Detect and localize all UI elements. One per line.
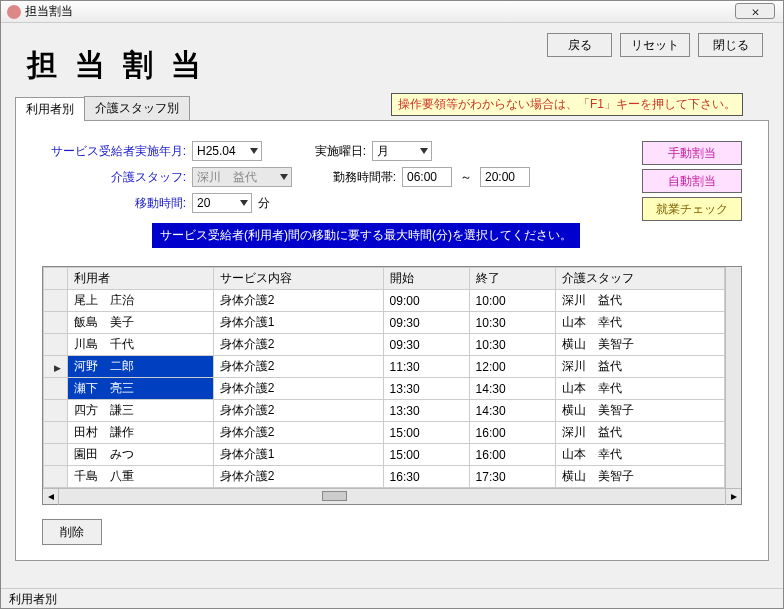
col-service[interactable]: サービス内容 [213, 268, 383, 290]
cell-end[interactable]: 10:30 [469, 312, 555, 334]
row-header[interactable] [44, 290, 68, 312]
cell-start[interactable]: 15:00 [383, 444, 469, 466]
window-title: 担当割当 [25, 3, 73, 20]
cell-user[interactable]: 尾上 庄治 [68, 290, 214, 312]
move-combo[interactable]: 20 [192, 193, 252, 213]
row-header[interactable] [44, 422, 68, 444]
cell-staff[interactable]: 山本 幸代 [555, 378, 725, 400]
status-bar: 利用者別 [1, 588, 783, 608]
cell-staff[interactable]: 横山 美智子 [555, 334, 725, 356]
cell-service[interactable]: 身体介護2 [213, 334, 383, 356]
cell-end[interactable]: 14:30 [469, 378, 555, 400]
cell-start[interactable]: 09:30 [383, 334, 469, 356]
cell-staff[interactable]: 深川 益代 [555, 290, 725, 312]
tab-container: 利用者別 介護スタッフ別 手動割当 自動割当 就業チェック サービス受給者実施年… [15, 96, 769, 561]
cell-end[interactable]: 10:30 [469, 334, 555, 356]
cell-end[interactable]: 16:00 [469, 444, 555, 466]
cell-start[interactable]: 09:30 [383, 312, 469, 334]
tab-panel: 手動割当 自動割当 就業チェック サービス受給者実施年月: H25.04 実施曜… [15, 121, 769, 561]
row-header[interactable] [44, 356, 68, 378]
day-combo[interactable]: 月 [372, 141, 432, 161]
window-close-button[interactable]: ⨉ [735, 3, 775, 19]
row-header[interactable] [44, 444, 68, 466]
cell-start[interactable]: 09:00 [383, 290, 469, 312]
table-row[interactable]: 河野 二郎身体介護211:3012:00深川 益代 [44, 356, 725, 378]
cell-end[interactable]: 12:00 [469, 356, 555, 378]
period-combo[interactable]: H25.04 [192, 141, 262, 161]
vertical-scrollbar[interactable] [725, 267, 741, 488]
col-user[interactable]: 利用者 [68, 268, 214, 290]
cell-staff[interactable]: 深川 益代 [555, 422, 725, 444]
cell-user[interactable]: 園田 みつ [68, 444, 214, 466]
hours-sep: ～ [452, 169, 480, 186]
row-header[interactable] [44, 334, 68, 356]
table-row[interactable]: 瀬下 亮三身体介護213:3014:30山本 幸代 [44, 378, 725, 400]
cell-service[interactable]: 身体介護1 [213, 444, 383, 466]
cell-end[interactable]: 17:30 [469, 466, 555, 488]
cell-user[interactable]: 飯島 美子 [68, 312, 214, 334]
cell-start[interactable]: 16:30 [383, 466, 469, 488]
chevron-down-icon [420, 148, 428, 154]
table-row[interactable]: 四方 謙三身体介護213:3014:30横山 美智子 [44, 400, 725, 422]
cell-service[interactable]: 身体介護2 [213, 466, 383, 488]
auto-assign-button[interactable]: 自動割当 [642, 169, 742, 193]
table-row[interactable]: 田村 謙作身体介護215:0016:00深川 益代 [44, 422, 725, 444]
table-row[interactable]: 千島 八重身体介護216:3017:30横山 美智子 [44, 466, 725, 488]
cell-end[interactable]: 16:00 [469, 422, 555, 444]
cell-service[interactable]: 身体介護1 [213, 312, 383, 334]
cell-start[interactable]: 13:30 [383, 378, 469, 400]
cell-service[interactable]: 身体介護2 [213, 356, 383, 378]
cell-staff[interactable]: 横山 美智子 [555, 466, 725, 488]
cell-start[interactable]: 15:00 [383, 422, 469, 444]
col-end[interactable]: 終了 [469, 268, 555, 290]
horizontal-scrollbar[interactable]: ◂ ▸ [43, 488, 741, 504]
tab-by-staff[interactable]: 介護スタッフ別 [84, 96, 190, 120]
hours-label: 勤務時間帯: [332, 169, 402, 186]
delete-button[interactable]: 削除 [42, 519, 102, 545]
assignment-grid[interactable]: 利用者 サービス内容 開始 終了 介護スタッフ 尾上 庄治身体介護209:001… [43, 267, 725, 488]
work-check-button[interactable]: 就業チェック [642, 197, 742, 221]
cell-start[interactable]: 11:30 [383, 356, 469, 378]
table-row[interactable]: 尾上 庄治身体介護209:0010:00深川 益代 [44, 290, 725, 312]
cell-staff[interactable]: 山本 幸代 [555, 312, 725, 334]
cell-end[interactable]: 14:30 [469, 400, 555, 422]
cell-user[interactable]: 千島 八重 [68, 466, 214, 488]
chevron-down-icon [280, 174, 288, 180]
cell-service[interactable]: 身体介護2 [213, 378, 383, 400]
staff-label: 介護スタッフ: [42, 169, 192, 186]
tab-by-user[interactable]: 利用者別 [15, 97, 85, 121]
scroll-thumb[interactable] [322, 491, 347, 501]
cell-service[interactable]: 身体介護2 [213, 422, 383, 444]
help-hint: 操作要領等がわからない場合は、「F1」キーを押して下さい。 [391, 93, 743, 116]
move-label: 移動時間: [42, 195, 192, 212]
table-row[interactable]: 飯島 美子身体介護109:3010:30山本 幸代 [44, 312, 725, 334]
cell-user[interactable]: 瀬下 亮三 [68, 378, 214, 400]
titlebar: 担当割当 ⨉ [1, 1, 783, 23]
table-row[interactable]: 川島 千代身体介護209:3010:30横山 美智子 [44, 334, 725, 356]
col-staff[interactable]: 介護スタッフ [555, 268, 725, 290]
cell-staff[interactable]: 深川 益代 [555, 356, 725, 378]
hours-from-input[interactable]: 06:00 [402, 167, 452, 187]
col-start[interactable]: 開始 [383, 268, 469, 290]
cell-end[interactable]: 10:00 [469, 290, 555, 312]
scroll-right-icon[interactable]: ▸ [725, 489, 741, 505]
cell-user[interactable]: 河野 二郎 [68, 356, 214, 378]
row-header[interactable] [44, 312, 68, 334]
row-header[interactable] [44, 378, 68, 400]
cell-user[interactable]: 川島 千代 [68, 334, 214, 356]
row-header[interactable] [44, 466, 68, 488]
cell-start[interactable]: 13:30 [383, 400, 469, 422]
table-row[interactable]: 園田 みつ身体介護115:0016:00山本 幸代 [44, 444, 725, 466]
grid-container: 利用者 サービス内容 開始 終了 介護スタッフ 尾上 庄治身体介護209:001… [42, 266, 742, 505]
hours-to-input[interactable]: 20:00 [480, 167, 530, 187]
row-header[interactable] [44, 400, 68, 422]
manual-assign-button[interactable]: 手動割当 [642, 141, 742, 165]
cell-service[interactable]: 身体介護2 [213, 400, 383, 422]
cell-user[interactable]: 四方 謙三 [68, 400, 214, 422]
cell-staff[interactable]: 横山 美智子 [555, 400, 725, 422]
period-value: H25.04 [197, 144, 236, 158]
scroll-left-icon[interactable]: ◂ [43, 489, 59, 505]
cell-user[interactable]: 田村 謙作 [68, 422, 214, 444]
cell-service[interactable]: 身体介護2 [213, 290, 383, 312]
cell-staff[interactable]: 山本 幸代 [555, 444, 725, 466]
